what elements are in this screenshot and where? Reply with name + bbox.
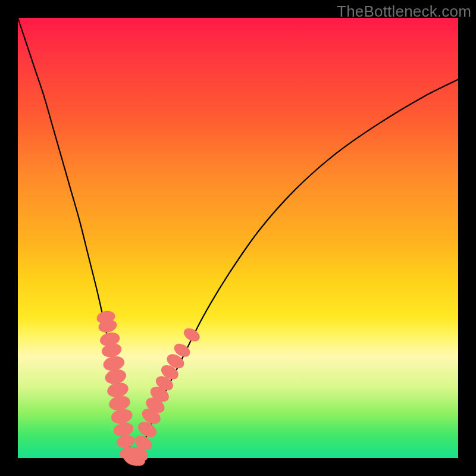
- plot-area: [18, 18, 458, 458]
- chart-svg: [18, 18, 458, 458]
- bottleneck-curve: [18, 18, 458, 458]
- curve-markers: [96, 309, 202, 469]
- curve-marker: [181, 325, 202, 344]
- curve-marker: [110, 407, 134, 425]
- curve-marker: [112, 421, 135, 438]
- watermark-text: TheBottleneck.com: [337, 2, 471, 21]
- chart-frame: TheBottleneck.com: [0, 0, 476, 476]
